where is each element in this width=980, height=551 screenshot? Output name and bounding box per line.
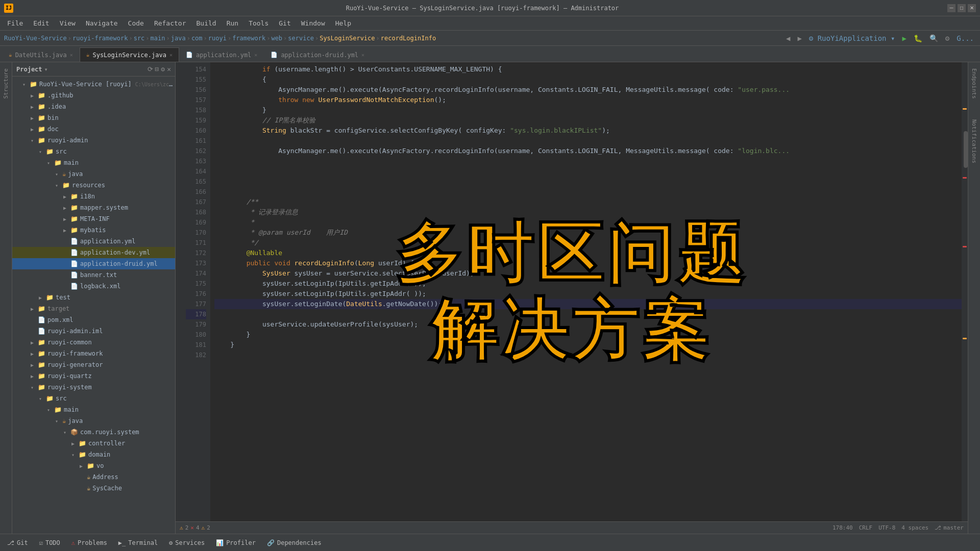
code-container[interactable]: 154 155 156 157 158 159 160 161 162 163 …: [176, 62, 968, 521]
search-icon[interactable]: 🔍: [927, 33, 940, 43]
collapse-icon[interactable]: ⊟: [155, 65, 159, 73]
run-button[interactable]: ▶: [900, 33, 908, 43]
tree-item-bannertxt[interactable]: ▶ 📄 banner.txt: [12, 269, 175, 281]
branch[interactable]: ⎇ master: [935, 524, 964, 531]
tree-item-logbackxml[interactable]: ▶ 📄 logback.xml: [12, 281, 175, 292]
notifications-tab[interactable]: Notifications: [970, 115, 978, 167]
menu-item-file[interactable]: File: [2, 17, 28, 29]
tree-item-ruoyi-system[interactable]: ▾ 📁 ruoyi-system: [12, 382, 175, 393]
tree-item-src[interactable]: ▾ 📁 src: [12, 146, 175, 157]
breadcrumb-com[interactable]: com: [191, 35, 203, 42]
breadcrumb-project[interactable]: RuoYi-Vue-Service: [4, 35, 67, 42]
menu-item-tools[interactable]: Tools: [243, 17, 274, 29]
breadcrumb-src[interactable]: src: [134, 35, 145, 42]
code-editor[interactable]: if (username.length() > UserConstants.US…: [210, 62, 968, 521]
maximize-button[interactable]: □: [958, 4, 966, 12]
tab-close-icon[interactable]: ✕: [361, 52, 364, 58]
breadcrumb-class[interactable]: SysLoginService: [320, 35, 375, 42]
menu-item-edit[interactable]: Edit: [28, 17, 54, 29]
settings-icon[interactable]: ⚙: [943, 33, 951, 43]
menu-item-help[interactable]: Help: [330, 17, 356, 29]
tree-item-pom[interactable]: ▶ 📄 pom.xml: [12, 314, 175, 325]
indent[interactable]: 4 spaces: [901, 524, 928, 531]
tree-item-controller[interactable]: ▶ 📁 controller: [12, 438, 175, 449]
menu-item-build[interactable]: Build: [191, 17, 222, 29]
tree-item-idea[interactable]: ▶ 📁 .idea: [12, 101, 175, 112]
tree-item-mybatis[interactable]: ▶ 📁 mybatis: [12, 224, 175, 236]
run-app-selector[interactable]: ⚙ RuoYiApplication ▾: [807, 33, 897, 43]
tree-item-appdevyml[interactable]: ▶ 📄 application-dev.yml: [12, 247, 175, 258]
tree-item-adminml[interactable]: ▶ 📄 ruoyi-admin.iml: [12, 325, 175, 337]
tree-item-metainf[interactable]: ▶ 📁 META-INF: [12, 213, 175, 224]
tab-close-icon[interactable]: ✕: [254, 52, 257, 58]
close-sidebar-icon[interactable]: ✕: [167, 65, 171, 73]
profiler-button[interactable]: 📊 Profiler: [211, 536, 261, 550]
tree-item-appyml[interactable]: ▶ 📄 application.yml: [12, 236, 175, 247]
tree-item-resources[interactable]: ▾ 📁 resources: [12, 180, 175, 191]
menu-item-code[interactable]: Code: [123, 17, 149, 29]
problems-button[interactable]: ⚠ Problems: [66, 536, 112, 550]
tree-item-main[interactable]: ▾ 📁 main: [12, 157, 175, 168]
breadcrumb-ruoyi[interactable]: ruoyi: [208, 35, 227, 42]
git-label[interactable]: G...: [954, 33, 976, 43]
menu-item-run[interactable]: Run: [222, 17, 243, 29]
tree-item-github[interactable]: ▶ 📁 .github: [12, 90, 175, 101]
tree-item-address[interactable]: ▶ ☕ Address: [12, 471, 175, 483]
tree-item-ruoyi-admin[interactable]: ▾ 📁 ruoyi-admin: [12, 135, 175, 146]
debug-button[interactable]: 🐛: [912, 33, 924, 43]
breadcrumb-web[interactable]: web: [271, 35, 282, 42]
tree-item-com-ruoyi-system[interactable]: ▾ 📦 com.ruoyi.system: [12, 427, 175, 438]
tree-item-sys-java[interactable]: ▾ ☕ java: [12, 415, 175, 427]
breadcrumb-java[interactable]: java: [171, 35, 186, 42]
services-button[interactable]: ⚙ Services: [164, 536, 210, 550]
tree-item-sys-main[interactable]: ▾ 📁 main: [12, 404, 175, 415]
line-ending[interactable]: CRLF: [859, 524, 873, 531]
minimize-button[interactable]: ─: [947, 4, 955, 12]
menu-item-window[interactable]: Window: [296, 17, 330, 29]
endpoints-tab[interactable]: Endpoints: [970, 64, 978, 103]
tab-applicationyml[interactable]: 📄 application.yml ✕: [179, 47, 264, 62]
dependencies-button[interactable]: 🔗 Dependencies: [262, 536, 327, 550]
tab-sysloginservicejava[interactable]: ☕ SysLoginService.java ✕: [80, 47, 179, 62]
breadcrumb-framework[interactable]: framework: [232, 35, 265, 42]
settings-icon[interactable]: ⚙: [161, 65, 165, 73]
tree-item-ruoyi-quartz[interactable]: ▶ 📁 ruoyi-quartz: [12, 370, 175, 382]
tree-item-appdruidyml[interactable]: ▶ 📄 application-druid.yml: [12, 258, 175, 269]
breadcrumb-service[interactable]: service: [288, 35, 314, 42]
charset[interactable]: UTF-8: [878, 524, 895, 531]
menu-item-refactor[interactable]: Refactor: [149, 17, 191, 29]
menu-item-navigate[interactable]: Navigate: [81, 17, 123, 29]
tree-item-doc[interactable]: ▶ 📁 doc: [12, 123, 175, 135]
tree-item-mapper[interactable]: ▶ 📁 mapper.system: [12, 202, 175, 213]
nav-forward-icon[interactable]: ▶: [795, 33, 803, 43]
project-tree[interactable]: ▾ 📁 RuoYi-Vue-Service [ruoyi] C:\Users\z…: [12, 77, 175, 534]
tree-item-syscache[interactable]: ▶ ☕ SysCache: [12, 483, 175, 494]
tree-item-sys-src[interactable]: ▾ 📁 src: [12, 393, 175, 404]
breadcrumb-main[interactable]: main: [151, 35, 165, 42]
status-warnings[interactable]: ⚠ 2 ✕ 4 ⚠ 2: [180, 524, 210, 531]
tree-item-ruoyi-common[interactable]: ▶ 📁 ruoyi-common: [12, 337, 175, 348]
menu-item-view[interactable]: View: [55, 17, 81, 29]
nav-back-icon[interactable]: ◀: [784, 33, 792, 43]
tree-item-ruoyi-generator[interactable]: ▶ 📁 ruoyi-generator: [12, 359, 175, 370]
tree-item-root[interactable]: ▾ 📁 RuoYi-Vue-Service [ruoyi] C:\Users\z…: [12, 79, 175, 90]
git-button[interactable]: ⎇ Git: [2, 536, 33, 550]
scrollbar-indicator[interactable]: [964, 131, 968, 168]
menu-item-git[interactable]: Git: [274, 17, 296, 29]
terminal-button[interactable]: ▶_ Terminal: [113, 536, 163, 550]
tab-close-icon[interactable]: ✕: [70, 52, 73, 58]
tree-item-bin[interactable]: ▶ 📁 bin: [12, 112, 175, 123]
tab-applicationdruidyml[interactable]: 📄 application-druid.yml ✕: [264, 47, 371, 62]
close-button[interactable]: ✕: [968, 4, 976, 12]
tree-item-ruoyi-framework[interactable]: ▶ 📁 ruoyi-framework: [12, 348, 175, 359]
tree-item-i18n[interactable]: ▶ 📁 i18n: [12, 191, 175, 202]
tree-item-domain[interactable]: ▾ 📁 domain: [12, 449, 175, 460]
breadcrumb-method[interactable]: recordLoginInfo: [381, 35, 436, 42]
breadcrumb-module[interactable]: ruoyi-framework: [72, 35, 128, 42]
structure-tab[interactable]: Structure: [2, 64, 10, 103]
tree-item-vo[interactable]: ▶ 📁 vo: [12, 460, 175, 471]
tree-item-test[interactable]: ▶ 📁 test: [12, 292, 175, 303]
tab-dateutilsjava[interactable]: ☕ DateUtils.java ✕: [2, 47, 80, 62]
tree-item-java[interactable]: ▾ ☕ java: [12, 168, 175, 180]
tab-close-icon[interactable]: ✕: [169, 52, 173, 58]
